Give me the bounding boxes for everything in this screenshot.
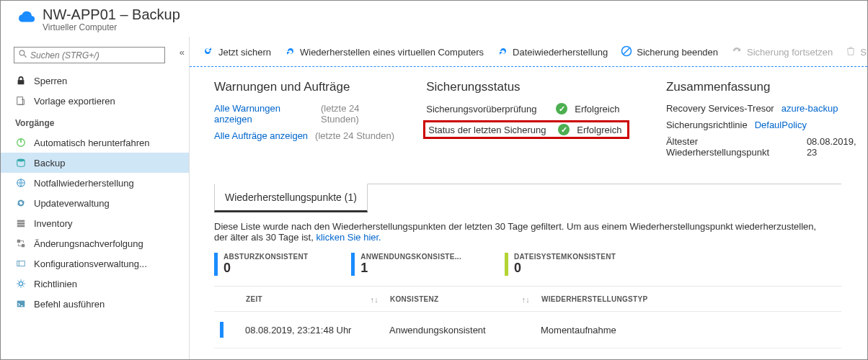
cell-time: 08.08.2019, 23:21:48 Uhr xyxy=(245,325,389,336)
sidebar-item-policies[interactable]: Richtlinien xyxy=(1,274,189,294)
toolbar-label: Jetzt sichern xyxy=(218,47,271,58)
restore-vm-button[interactable]: Wiederherstellen eines virtuellen Comput… xyxy=(284,45,484,59)
svg-point-0 xyxy=(19,50,25,55)
success-icon: ✓ xyxy=(558,124,570,135)
resume-icon xyxy=(731,45,743,59)
trash-icon xyxy=(846,46,856,58)
time-window: (letzte 24 Stunden) xyxy=(315,130,394,141)
globe-icon xyxy=(15,177,27,189)
main-content: Jetzt sichern Wiederherstellen eines vir… xyxy=(190,37,867,360)
sort-icon[interactable]: ↑↓ xyxy=(370,295,378,304)
svg-point-6 xyxy=(17,159,25,162)
delete-backup-button: Si xyxy=(846,46,867,58)
sidebar-item-run-command[interactable]: Befehl ausführen xyxy=(1,294,189,314)
resume-backup-button: Sicherung fortsetzen xyxy=(731,45,833,59)
svg-rect-10 xyxy=(17,225,25,228)
sidebar-item-export[interactable]: Vorlage exportieren xyxy=(1,91,189,111)
toolbar-label: Sicherung fortsetzen xyxy=(747,47,833,58)
search-icon xyxy=(19,50,27,60)
click-here-link[interactable]: klicken Sie hier. xyxy=(316,232,381,243)
update-icon xyxy=(15,197,27,209)
vault-link[interactable]: azure-backup xyxy=(781,103,838,114)
oldest-label: Ältester Wiederherstellungspunkt xyxy=(666,136,800,158)
alerts-section: Warnungen und Aufträge Alle Warnungen an… xyxy=(214,80,394,163)
sidebar-item-label: Backup xyxy=(34,158,65,168)
app-consistent-block: ANWENDUNGSKONSISTE... 1 xyxy=(351,253,461,276)
sidebar-item-label: Automatisch herunterfahren xyxy=(34,138,149,148)
page-title: NW-APP01 – Backup xyxy=(43,6,180,23)
sidebar-item-backup[interactable]: Backup xyxy=(1,153,189,173)
col-time[interactable]: ZEIT xyxy=(246,295,262,304)
sidebar-item-label: Notfallwiederherstellung xyxy=(34,178,134,189)
search-input[interactable] xyxy=(14,47,165,63)
sidebar-item-dr[interactable]: Notfallwiederherstellung xyxy=(1,173,189,193)
sidebar-item-label: Sperren xyxy=(34,76,67,86)
collapse-icon[interactable]: « xyxy=(180,47,185,58)
toolbar-label: Dateiwiederherstellung xyxy=(513,47,608,58)
cloud-icon xyxy=(17,9,37,27)
svg-rect-3 xyxy=(17,97,23,105)
status-section: Sicherungsstatus Sicherungsvorüberprüfun… xyxy=(426,80,634,163)
backup-now-button[interactable]: Jetzt sichern xyxy=(203,45,271,59)
backup-now-icon xyxy=(203,45,214,59)
sidebar-item-lock[interactable]: Sperren xyxy=(1,71,189,91)
time-window: (letzte 24 Stunden) xyxy=(321,103,394,125)
file-recovery-button[interactable]: Dateiwiederherstellung xyxy=(497,45,608,59)
sidebar-item-auto-shutdown[interactable]: Automatisch herunterfahren xyxy=(1,132,189,153)
col-type[interactable]: WIEDERHERSTELLUNGSTYP xyxy=(541,295,647,303)
section-heading: Zusammenfassung xyxy=(666,80,867,94)
sidebar-section-heading: Vorgänge xyxy=(1,111,189,132)
consistency-value: 0 xyxy=(223,261,308,276)
view-all-jobs-link[interactable]: Alle Aufträge anzeigen xyxy=(214,130,308,141)
svg-rect-9 xyxy=(17,222,25,225)
row-accent-bar xyxy=(220,322,223,338)
terminal-icon xyxy=(15,298,27,310)
col-consistency[interactable]: KONSISTENZ xyxy=(390,295,438,304)
change-icon xyxy=(15,238,27,249)
sort-icon[interactable]: ↑↓ xyxy=(521,295,530,304)
sidebar-item-label: Änderungsnachverfolgung xyxy=(34,238,143,249)
sidebar-item-label: Richtlinien xyxy=(34,279,77,289)
sidebar-item-label: Vorlage exportieren xyxy=(34,96,115,107)
svg-rect-12 xyxy=(22,244,25,247)
policy-link[interactable]: DefaulPolicy xyxy=(755,120,807,130)
sidebar-item-inventory[interactable]: Inventory xyxy=(1,213,189,233)
sidebar-item-update[interactable]: Updateverwaltung xyxy=(1,193,189,213)
success-icon: ✓ xyxy=(556,103,567,114)
svg-line-18 xyxy=(624,48,629,54)
sidebar: « Sperren Vorlage exportieren Vorgänge A… xyxy=(1,37,190,360)
cell-type: Momentaufnahme xyxy=(541,325,714,336)
restore-points-table: ZEIT↑↓ KONSISTENZ↑↓ WIEDERHERSTELLUNGSTY… xyxy=(214,286,841,348)
table-row[interactable]: 08.08.2019, 23:21:48 Uhr Anwendungskonsi… xyxy=(214,312,841,348)
restore-points-desc: Diese Liste wurde nach den Wiederherstel… xyxy=(214,221,816,243)
sidebar-item-config[interactable]: Konfigurationsverwaltung... xyxy=(1,253,189,274)
tab-restore-points[interactable]: Wiederherstellungspunkte (1) xyxy=(214,184,368,212)
consistency-label: ABSTURZKONSISTENT xyxy=(223,253,308,261)
fs-consistent-block: DATEISYSTEMKONSISTENT 0 xyxy=(505,253,616,276)
consistency-value: 1 xyxy=(360,261,461,276)
precheck-label: Sicherungsvorüberprüfung xyxy=(426,104,549,114)
view-all-alerts-link[interactable]: Alle Warnungen anzeigen xyxy=(214,103,314,125)
stop-icon xyxy=(621,45,632,59)
sidebar-item-label: Inventory xyxy=(34,218,72,229)
inventory-icon xyxy=(15,217,27,229)
last-backup-status-highlight: Status der letzten Sicherung ✓ Erfolgrei… xyxy=(423,120,629,139)
stop-backup-button[interactable]: Sicherung beenden xyxy=(621,45,718,59)
sidebar-item-change-tracking[interactable]: Änderungsnachverfolgung xyxy=(1,233,189,253)
last-backup-label: Status der letzten Sicherung xyxy=(425,125,551,135)
power-icon xyxy=(15,137,27,148)
lock-icon xyxy=(15,75,27,86)
backup-icon xyxy=(15,157,27,168)
export-icon xyxy=(15,95,27,107)
search-field[interactable] xyxy=(30,50,160,60)
config-icon xyxy=(15,258,27,269)
svg-rect-13 xyxy=(17,261,25,266)
page-header: NW-APP01 – Backup Virtueller Computer xyxy=(1,1,867,37)
page-subtitle: Virtueller Computer xyxy=(43,22,180,32)
file-recovery-icon xyxy=(497,45,508,59)
toolbar-label: Si xyxy=(860,47,867,58)
svg-rect-8 xyxy=(17,220,25,222)
consistency-value: 0 xyxy=(514,261,616,276)
restore-icon xyxy=(284,45,296,59)
consistency-label: DATEISYSTEMKONSISTENT xyxy=(514,253,616,261)
